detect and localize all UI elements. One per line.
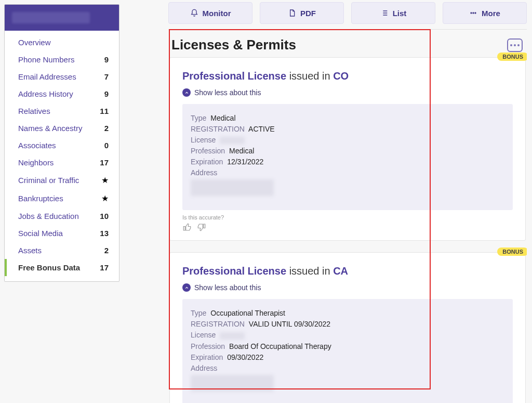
bonus-badge: BONUS [497, 53, 527, 61]
sidebar-item-count: 17 [100, 158, 109, 167]
show-less-toggle[interactable]: Show less about this [182, 283, 513, 292]
sidebar-item-label: Address History [18, 89, 73, 98]
nav-list: OverviewPhone Numbers9Email Addresses7Ad… [5, 31, 119, 281]
detail-license: License [191, 136, 504, 144]
detail-registration: REGISTRATION VALID UNTIL 09/30/2022 [191, 320, 504, 328]
sidebar-item-label: Social Media [18, 229, 63, 238]
more-button[interactable]: More [443, 2, 527, 24]
thumbs-up-icon[interactable] [182, 223, 192, 232]
sidebar-item-address-history[interactable]: Address History9 [5, 85, 119, 102]
sidebar-item-label: Phone Numbers [18, 55, 74, 64]
sidebar-item-names-ancestry[interactable]: Names & Ancestry2 [5, 120, 119, 137]
svg-point-2 [475, 12, 476, 14]
list-button[interactable]: List [351, 2, 435, 24]
sidebar-item-count: 10 [100, 212, 109, 220]
sidebar-item-label: Overview [18, 38, 51, 47]
more-label: More [482, 9, 500, 18]
sidebar-item-label: Bankruptcies [18, 194, 63, 203]
license-card: BONUSProfessional License issued in COSh… [169, 57, 526, 241]
sidebar-item-jobs-education[interactable]: Jobs & Education10 [5, 207, 119, 225]
sidebar-item-free-bonus-data[interactable]: Free Bonus Data17 [5, 259, 119, 276]
detail-address-value [191, 375, 504, 392]
sidebar: OverviewPhone Numbers9Email Addresses7Ad… [0, 0, 124, 403]
detail-profession: Profession Medical [191, 147, 504, 155]
svg-point-1 [473, 12, 474, 14]
sidebar-item-criminal-or-traffic[interactable]: Criminal or Traffic★ [5, 171, 119, 189]
monitor-label: Monitor [203, 9, 231, 18]
sidebar-item-count: 2 [104, 246, 109, 255]
sidebar-item-count: 9 [104, 89, 109, 98]
monitor-button[interactable]: Monitor [168, 2, 252, 24]
sidebar-item-label: Jobs & Education [18, 212, 79, 220]
pdf-label: PDF [300, 9, 316, 18]
sidebar-item-bankruptcies[interactable]: Bankruptcies★ [5, 189, 119, 207]
sidebar-item-associates[interactable]: Associates0 [5, 137, 119, 154]
detail-address-value [191, 179, 504, 196]
bonus-badge: BONUS [497, 248, 527, 256]
sidebar-item-neighbors[interactable]: Neighbors17 [5, 154, 119, 171]
sidebar-item-email-addresses[interactable]: Email Addresses7 [5, 68, 119, 85]
sidebar-item-count: 0 [104, 141, 109, 150]
detail-expiration: Expiration 09/30/2022 [191, 353, 504, 361]
document-icon [288, 9, 296, 17]
sidebar-item-label: Neighbors [18, 158, 54, 167]
license-title: Professional License issued in CO [182, 70, 513, 82]
detail-expiration: Expiration 12/31/2022 [191, 158, 504, 166]
thumbs-down-icon[interactable] [197, 223, 206, 232]
sidebar-item-phone-numbers[interactable]: Phone Numbers9 [5, 51, 119, 68]
sidebar-item-social-media[interactable]: Social Media13 [5, 225, 119, 242]
sidebar-item-label: Associates [18, 141, 56, 150]
accuracy-prompt: Is this accurate? [182, 214, 513, 220]
accuracy-thumbs [182, 223, 513, 232]
sidebar-item-label: Criminal or Traffic [18, 176, 79, 185]
detail-type: Type Occupational Therapist [191, 309, 504, 317]
sidebar-header [5, 5, 119, 31]
sidebar-item-overview[interactable]: Overview [5, 34, 119, 51]
sidebar-item-assets[interactable]: Assets2 [5, 242, 119, 259]
star-icon: ★ [101, 193, 109, 203]
bell-icon [190, 9, 198, 17]
detail-license: License [191, 331, 504, 339]
sidebar-item-label: Names & Ancestry [18, 124, 82, 133]
sidebar-item-count: 13 [100, 229, 109, 238]
sidebar-item-count: 17 [100, 263, 109, 272]
license-title: Professional License issued in CA [182, 265, 513, 277]
sidebar-item-label: Free Bonus Data [18, 263, 80, 272]
chevron-up-icon [182, 88, 191, 97]
detail-address-label: Address [191, 168, 504, 177]
action-bar: Monitor PDF List More [168, 2, 527, 30]
sidebar-item-label: Assets [18, 246, 42, 255]
license-details: Type Occupational TherapistREGISTRATION … [182, 299, 513, 403]
sidebar-item-count: 11 [100, 107, 109, 115]
detail-registration: REGISTRATION ACTIVE [191, 125, 504, 133]
svg-point-0 [471, 12, 472, 14]
content-scroll[interactable]: Licenses & Permits BONUSProfessional Lic… [168, 30, 527, 403]
show-less-toggle[interactable]: Show less about this [182, 88, 513, 97]
detail-address-label: Address [191, 364, 504, 372]
sidebar-item-count: 9 [104, 55, 109, 64]
sidebar-item-label: Email Addresses [18, 72, 76, 81]
sidebar-item-count: 7 [104, 72, 109, 81]
list-label: List [393, 9, 407, 18]
detail-profession: Profession Board Of Occupational Therapy [191, 342, 504, 350]
sidebar-item-count: 2 [104, 124, 109, 133]
sidebar-item-relatives[interactable]: Relatives11 [5, 102, 119, 120]
license-card: BONUSProfessional License issued in CASh… [169, 252, 526, 403]
license-details: Type MedicalREGISTRATION ACTIVELicense P… [182, 104, 513, 210]
detail-type: Type Medical [191, 114, 504, 122]
pdf-button[interactable]: PDF [260, 2, 344, 24]
section-more-button[interactable] [507, 38, 523, 52]
section-title: Licenses & Permits [171, 37, 296, 53]
main: Monitor PDF List More Licenses & Permits [124, 0, 532, 403]
star-icon: ★ [101, 175, 109, 185]
chevron-up-icon [182, 283, 191, 292]
sidebar-item-label: Relatives [18, 107, 50, 115]
list-icon [380, 9, 389, 17]
more-icon [469, 9, 477, 17]
